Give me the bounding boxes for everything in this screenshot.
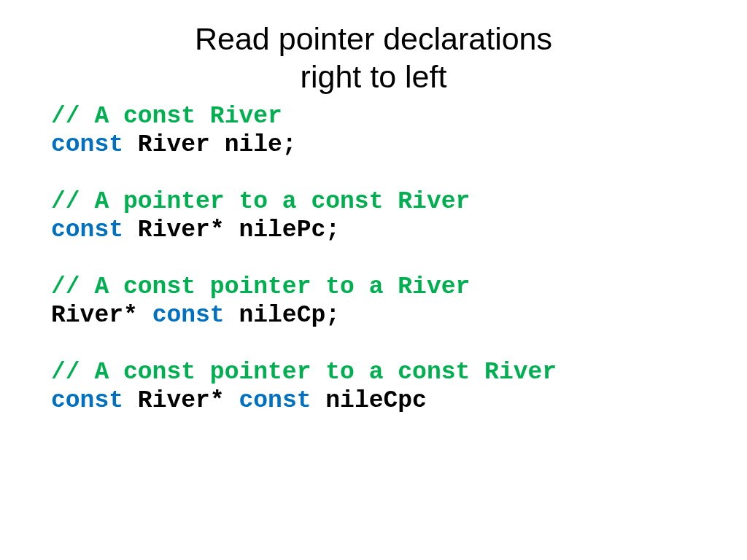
title-line-1: Read pointer declarations [195,21,552,56]
code-text: nileCp; [225,302,340,329]
code-text: River* [51,302,152,329]
keyword: const [51,387,123,414]
keyword: const [152,302,225,329]
code-comment: // A pointer to a const River [51,188,470,215]
keyword: const [51,131,123,158]
code-comment: // A const pointer to a River [51,273,470,300]
title-line-2: right to left [301,59,447,94]
code-text: nileCpc [311,387,427,414]
code-block: // A const River const River nile; // A … [51,103,696,415]
slide: Read pointer declarations right to left … [0,0,747,560]
code-comment: // A const River [51,103,282,130]
code-comment: // A const pointer to a const River [51,359,557,386]
slide-title: Read pointer declarations right to left [51,20,696,96]
code-text: River* [123,387,239,414]
code-text: River nile; [123,131,297,158]
keyword: const [239,387,311,414]
keyword: const [51,217,123,244]
code-text: River* nilePc; [123,217,340,244]
